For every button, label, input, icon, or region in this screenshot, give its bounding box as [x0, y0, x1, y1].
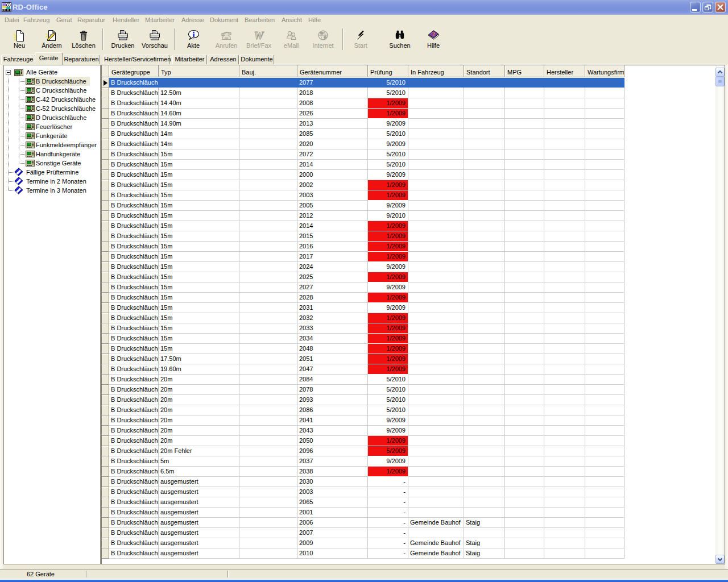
svg-text:W: W [254, 30, 264, 41]
